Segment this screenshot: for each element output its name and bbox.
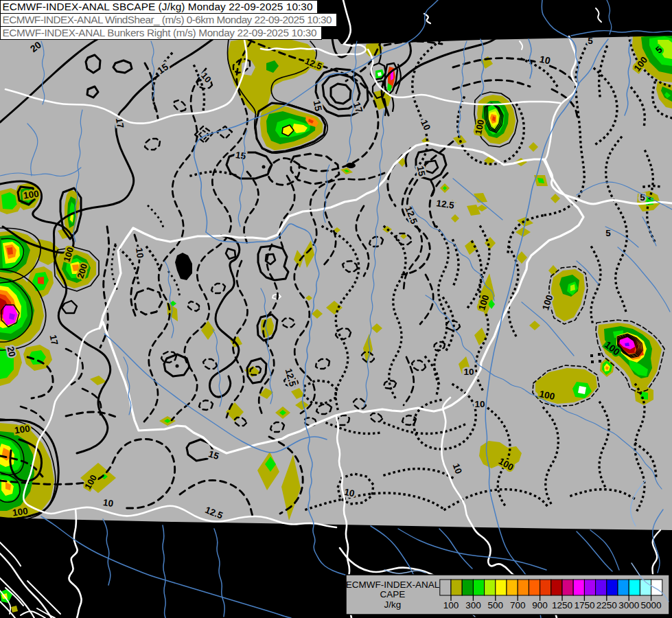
svg-text:5000: 5000 — [641, 600, 662, 610]
svg-text:2250: 2250 — [596, 600, 617, 610]
svg-text:1750: 1750 — [574, 600, 594, 610]
svg-text:700: 700 — [510, 600, 526, 610]
svg-text:300: 300 — [465, 600, 481, 610]
svg-text:1250: 1250 — [552, 600, 572, 610]
svg-text:900: 900 — [532, 600, 548, 610]
svg-text:10: 10 — [463, 367, 474, 377]
svg-text:3000: 3000 — [618, 600, 639, 610]
svg-text:5: 5 — [605, 228, 611, 238]
svg-text:ECMWF-INDEX-ANAL SBCAPE (J/kg): ECMWF-INDEX-ANAL SBCAPE (J/kg) Monday 22… — [3, 1, 313, 12]
svg-text:500: 500 — [488, 600, 504, 610]
svg-text:CAPE: CAPE — [380, 589, 406, 599]
svg-text:100: 100 — [23, 189, 39, 201]
svg-text:10: 10 — [134, 247, 146, 259]
svg-text:100: 100 — [443, 600, 459, 610]
svg-text:10: 10 — [474, 399, 485, 409]
svg-text:100: 100 — [12, 506, 28, 518]
svg-text:17: 17 — [48, 334, 60, 346]
svg-text:10: 10 — [343, 487, 356, 499]
svg-text:20: 20 — [5, 345, 18, 358]
svg-text:ECMWF-INDEX-ANAL Bunkers Right: ECMWF-INDEX-ANAL Bunkers Right (m/s) Mon… — [3, 27, 317, 38]
svg-text:J/kg: J/kg — [384, 599, 402, 610]
svg-text:ECMWF-INDEX-ANAL WindShear_ (m: ECMWF-INDEX-ANAL WindShear_ (m/s) 0-6km … — [3, 14, 332, 25]
svg-text:10: 10 — [102, 497, 114, 509]
svg-text:ECMWF-INDEX-ANAL: ECMWF-INDEX-ANAL — [346, 580, 440, 590]
svg-text:100: 100 — [14, 424, 30, 436]
